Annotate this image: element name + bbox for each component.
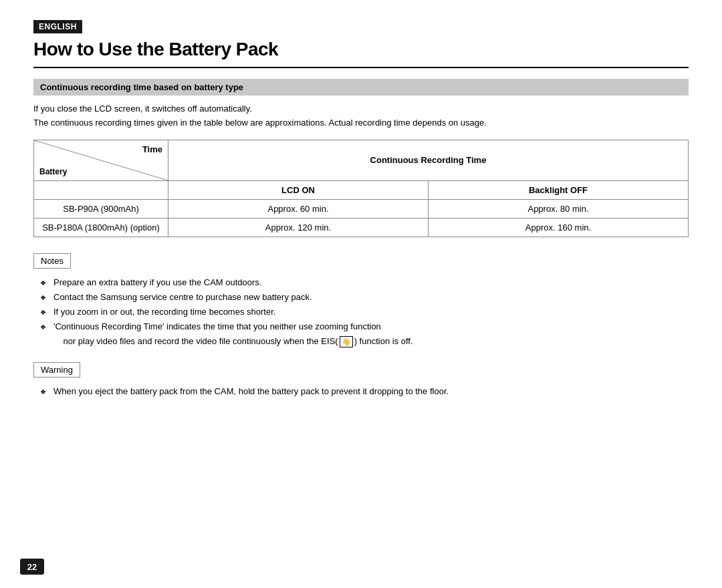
cont-rec-header: Continuous Recording Time xyxy=(168,140,689,180)
page-title: How to Use the Battery Pack xyxy=(33,39,689,60)
lcd-on-1: Approx. 60 min. xyxy=(168,199,429,218)
list-item: When you eject the battery pack from the… xyxy=(40,384,689,399)
backlight-off-header: Backlight OFF xyxy=(429,180,689,199)
english-badge: ENGLISH xyxy=(33,20,82,33)
notes-label: Notes xyxy=(33,253,71,269)
notes-section: Notes Prepare an extra battery if you us… xyxy=(33,253,689,349)
list-item: If you zoom in or out, the recording tim… xyxy=(40,305,689,319)
warning-label: Warning xyxy=(33,362,80,378)
col-battery-label: Battery xyxy=(39,167,67,176)
warning-list: When you eject the battery pack from the… xyxy=(33,384,689,399)
intro-text: If you close the LCD screen, it switches… xyxy=(33,102,689,130)
backlight-off-2: Approx. 160 min. xyxy=(429,218,689,237)
list-item: Contact the Samsung service centre to pu… xyxy=(40,290,689,305)
battery-name-2: SB-P180A (1800mAh) (option) xyxy=(34,218,168,237)
battery-name-1: SB-P90A (900mAh) xyxy=(34,199,168,218)
list-item: Prepare an extra battery if you use the … xyxy=(40,275,689,290)
col-time-label: Time xyxy=(142,144,162,154)
battery-table: Time Battery Continuous Recording Time L… xyxy=(33,140,689,237)
notes-list: Prepare an extra battery if you use the … xyxy=(33,275,689,349)
backlight-off-1: Approx. 80 min. xyxy=(429,199,689,218)
lcd-on-header: LCD ON xyxy=(168,180,429,199)
eis-icon: 👋 xyxy=(340,336,353,347)
section-header: Continuous recording time based on batte… xyxy=(33,79,689,96)
title-divider xyxy=(33,67,689,68)
table-row: SB-P90A (900mAh) Approx. 60 min. Approx.… xyxy=(34,199,689,218)
lcd-on-2: Approx. 120 min. xyxy=(168,218,429,237)
table-row: SB-P180A (1800mAh) (option) Approx. 120 … xyxy=(34,218,689,237)
list-item: 'Continuous Recording Time' indicates th… xyxy=(40,319,689,349)
page-number-badge: 22 xyxy=(20,559,44,575)
warning-section: Warning When you eject the battery pack … xyxy=(33,362,689,399)
blank-header xyxy=(34,180,168,199)
